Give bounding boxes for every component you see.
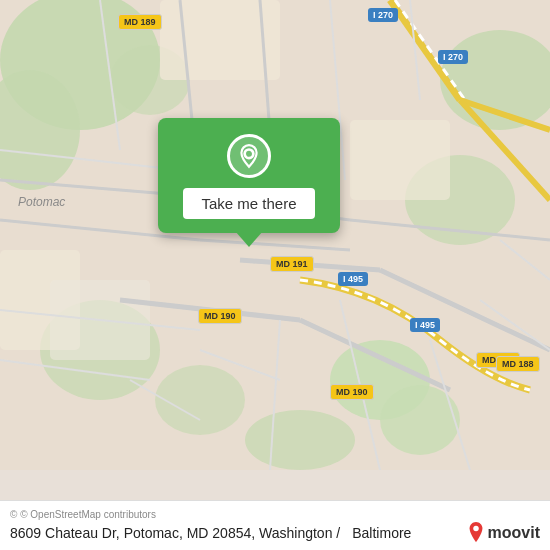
- road-badge-md190a: MD 190: [198, 308, 242, 324]
- svg-point-9: [245, 410, 355, 470]
- bottom-bar: © © OpenStreetMap contributors 8609 Chat…: [0, 500, 550, 550]
- address-line: 8609 Chateau Dr, Potomac, MD 20854, Wash…: [10, 525, 411, 541]
- address-text: 8609 Chateau Dr, Potomac, MD 20854, Wash…: [10, 525, 340, 541]
- road-badge-md191a: MD 191: [270, 256, 314, 272]
- svg-point-8: [155, 365, 245, 435]
- moovit-text: moovit: [488, 524, 540, 542]
- road-badge-i270a: I 270: [368, 8, 398, 22]
- popup-card: Take me there: [158, 118, 340, 233]
- copyright-symbol: ©: [10, 509, 17, 520]
- moovit-pin-icon: [467, 522, 485, 544]
- location-pin: [227, 134, 271, 178]
- moovit-logo: moovit: [467, 522, 540, 544]
- map-container: MD 189 I 270 I 270 MD 191 MD 190 I 495 I…: [0, 0, 550, 550]
- svg-rect-12: [350, 120, 450, 200]
- road-badge-md190b: MD 190: [330, 384, 374, 400]
- location-pin-icon: [236, 143, 262, 169]
- copyright-text: © OpenStreetMap contributors: [20, 509, 156, 520]
- city-text: Baltimore: [352, 525, 411, 541]
- road-badge-i270b: I 270: [438, 50, 468, 64]
- copyright-line: © © OpenStreetMap contributors: [10, 509, 540, 520]
- address-logo-row: 8609 Chateau Dr, Potomac, MD 20854, Wash…: [10, 522, 540, 544]
- road-badge-i495b: I 495: [410, 318, 440, 332]
- svg-point-43: [245, 150, 254, 159]
- road-badge-md189: MD 189: [118, 14, 162, 30]
- potomac-label: Potomac: [18, 195, 65, 209]
- map-background: MD 189 I 270 I 270 MD 191 MD 190 I 495 I…: [0, 0, 550, 550]
- road-badge-md188: MD 188: [496, 356, 540, 372]
- map-svg: [0, 0, 550, 470]
- road-badge-i495a: I 495: [338, 272, 368, 286]
- take-me-there-button[interactable]: Take me there: [183, 188, 314, 219]
- svg-point-44: [473, 526, 479, 532]
